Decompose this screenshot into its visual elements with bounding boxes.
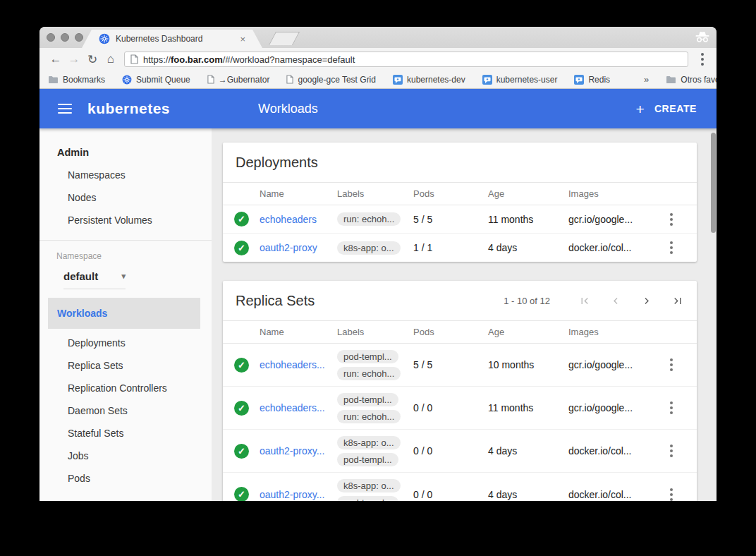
bookmark-otros-favoritos[interactable]: Otros favoritos [666, 75, 717, 85]
replica-sets-table-header: Name Labels Pods Age Images [223, 321, 697, 344]
sidebar-item-replica-sets[interactable]: Replica Sets [39, 354, 212, 377]
forward-icon[interactable]: → [65, 52, 83, 66]
label-chip: run: echoh... [337, 212, 401, 226]
sidebar-item-pods[interactable]: Pods [39, 467, 212, 490]
browser-toolbar: ← → ↻ ⌂ https://foo.bar.com/#/workload?n… [39, 48, 717, 71]
column-labels: Labels [337, 327, 413, 337]
kubernetes-icon [122, 75, 132, 85]
label-chip: k8s-app: o... [337, 436, 401, 449]
page-icon [286, 75, 293, 84]
folder-icon [48, 75, 59, 84]
namespace-select[interactable]: default ▾ [63, 270, 126, 289]
deployments-card-title: Deployments [236, 155, 684, 171]
sidebar-item-nodes[interactable]: Nodes [39, 186, 212, 209]
sidebar-item-admin[interactable]: Admin [39, 141, 212, 164]
column-labels: Labels [337, 188, 413, 199]
sidebar-item-jobs[interactable]: Jobs [39, 445, 212, 467]
deployment-link[interactable]: echoheaders [260, 214, 337, 225]
bookmark-google-gce-test-grid[interactable]: google-gce Test Grid [286, 75, 376, 85]
status-ok-icon: ✓ [234, 487, 249, 501]
sidebar-item-daemon-sets[interactable]: Daemon Sets [39, 399, 212, 422]
sidebar-item-workloads[interactable]: Workloads [48, 298, 200, 329]
label-chip: pod-templ... [337, 350, 398, 363]
home-icon[interactable]: ⌂ [102, 52, 120, 66]
window-close-button[interactable] [47, 33, 55, 42]
window-zoom-button[interactable] [75, 33, 83, 42]
column-images: Images [568, 327, 657, 337]
sidebar-item-deployments[interactable]: Deployments [39, 332, 212, 354]
label-chip: pod-templ... [337, 453, 398, 466]
replica-set-link[interactable]: echoheaders... [260, 359, 337, 370]
app-body: Admin Namespaces Nodes Persistent Volume… [39, 128, 717, 501]
incognito-icon [694, 31, 711, 43]
paginator: 1 - 10 of 12 [504, 294, 684, 307]
column-age: Age [488, 327, 568, 337]
window-minimize-button[interactable] [61, 33, 69, 42]
label-chip: k8s-app: o... [337, 479, 401, 492]
label-chip: pod-templ... [337, 393, 398, 406]
folder-icon [666, 75, 676, 84]
bookmark-submit-queue[interactable]: Submit Queue [122, 75, 190, 85]
replica-set-link[interactable]: oauth2-proxy... [260, 489, 337, 500]
label-chip: run: echoh... [337, 367, 401, 380]
replica-sets-card: Replica Sets 1 - 10 of 12 [223, 281, 697, 501]
row-menu-icon[interactable] [664, 488, 678, 501]
plus-icon: + [636, 102, 645, 116]
replica-set-link[interactable]: echoheaders... [260, 402, 337, 413]
row-menu-icon[interactable] [664, 445, 678, 457]
hamburger-menu-icon[interactable] [58, 104, 72, 114]
create-button[interactable]: + CREATE [636, 102, 697, 116]
new-tab-button[interactable] [269, 32, 300, 45]
sidebar-divider [39, 240, 212, 241]
browser-menu-icon[interactable] [695, 53, 709, 66]
window-controls [47, 33, 83, 42]
main-content: Deployments Name Labels Pods Age Images … [212, 128, 717, 501]
label-chip: k8s-app: o... [337, 241, 401, 255]
label-chip: pod-templ... [337, 496, 398, 501]
back-icon[interactable]: ← [47, 52, 65, 66]
address-bar[interactable]: https://foo.bar.com/#/workload?namespace… [124, 52, 688, 67]
bookmark-redis[interactable]: Redis [574, 75, 610, 85]
column-pods: Pods [413, 188, 488, 199]
scrollbar-thumb[interactable] [711, 133, 716, 233]
row-menu-icon[interactable] [664, 401, 678, 414]
browser-window: Kubernetes Dashboard × ← → ↻ ⌂ [39, 27, 717, 501]
groups-icon [393, 75, 403, 85]
deployment-link[interactable]: oauth2-proxy [260, 242, 337, 253]
replica-sets-card-title: Replica Sets [236, 293, 504, 309]
namespace-label: Namespace [39, 246, 212, 266]
reload-icon[interactable]: ↻ [83, 52, 102, 67]
deployments-table-header: Name Labels Pods Age Images [223, 183, 697, 205]
last-page-icon[interactable] [671, 294, 684, 307]
status-ok-icon: ✓ [234, 444, 249, 459]
groups-icon [574, 75, 584, 85]
groups-icon [482, 75, 492, 85]
app-header: kubernetes Workloads + CREATE [39, 89, 717, 128]
first-page-icon[interactable] [578, 294, 591, 307]
previous-page-icon[interactable] [609, 294, 622, 307]
row-menu-icon[interactable] [664, 358, 678, 371]
sidebar-item-replication-controllers[interactable]: Replication Controllers [39, 377, 212, 399]
column-pods: Pods [413, 327, 488, 337]
kubernetes-favicon-icon [99, 33, 110, 44]
bookmark-kubernetes-user[interactable]: kubernetes-user [482, 75, 558, 85]
bookmark-kubernetes-dev[interactable]: kubernetes-dev [393, 75, 465, 85]
sidebar-item-persistent-volumes[interactable]: Persistent Volumes [39, 209, 212, 231]
browser-tab[interactable]: Kubernetes Dashboard × [82, 30, 262, 48]
column-images: Images [568, 188, 657, 199]
bookmarks-overflow-icon[interactable]: » [644, 74, 649, 85]
row-menu-icon[interactable] [664, 213, 678, 226]
sidebar-item-stateful-sets[interactable]: Stateful Sets [39, 422, 212, 445]
tab-close-icon[interactable]: × [240, 34, 245, 44]
bookmark-bookmarks[interactable]: Bookmarks [48, 75, 105, 85]
replica-set-link[interactable]: oauth2-proxy... [260, 445, 337, 457]
deployments-card: Deployments Name Labels Pods Age Images … [223, 143, 697, 262]
table-row: ✓ oauth2-proxy... k8s-app: o... pod-temp… [223, 430, 697, 473]
next-page-icon[interactable] [640, 294, 653, 307]
table-row: ✓ echoheaders run: echoh... 5 / 5 11 mon… [223, 205, 697, 234]
sidebar-item-namespaces[interactable]: Namespaces [39, 164, 212, 186]
tab-title: Kubernetes Dashboard [116, 34, 234, 44]
bookmark-gubernator[interactable]: →Gubernator [207, 75, 270, 85]
page-icon [130, 54, 138, 64]
row-menu-icon[interactable] [664, 241, 678, 254]
